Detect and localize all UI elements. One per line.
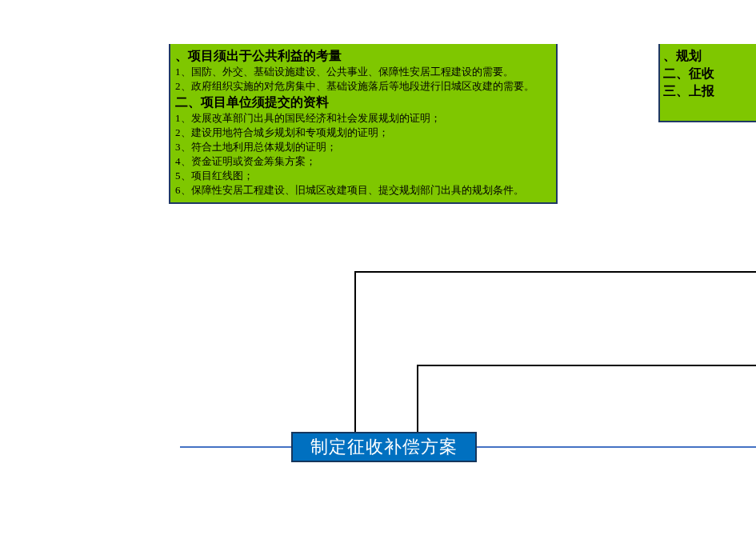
- info-box-left: 、项目须出于公共利益的考量 1、国防、外交、基础设施建设、公共事业、保障性安居工…: [169, 44, 558, 204]
- connector-line: [477, 446, 756, 448]
- list-item: 、规划: [663, 47, 753, 65]
- connector-line: [417, 365, 756, 366]
- process-box-label: 制定征收补偿方案: [310, 437, 458, 457]
- list-item: 4、资金证明或资金筹集方案；: [175, 154, 551, 169]
- list-item: 2、建设用地符合城乡规划和专项规划的证明；: [175, 126, 551, 140]
- list-item: 三、上报: [663, 82, 753, 100]
- list-item: 2、政府组织实施的对危房集中、基础设施落后等地段进行旧城区改建的需要。: [175, 79, 551, 94]
- connector-line: [180, 446, 291, 448]
- info-box-right: 、规划 二、征收 三、上报: [658, 44, 756, 122]
- list-item: 二、征收: [663, 65, 753, 82]
- list-item: 1、国防、外交、基础设施建设、公共事业、保障性安居工程建设的需要。: [175, 65, 551, 79]
- connector-line: [354, 271, 356, 432]
- list-item: 5、项目红线图；: [175, 169, 551, 183]
- list-item: 1、发展改革部门出具的国民经济和社会发展规划的证明；: [175, 111, 551, 126]
- heading-1: 、项目须出于公共利益的考量: [175, 47, 551, 65]
- connector-line: [417, 365, 418, 432]
- heading-2: 二、项目单位须提交的资料: [175, 94, 551, 111]
- process-box-compensation-plan: 制定征收补偿方案: [291, 432, 477, 462]
- list-item: 3、符合土地利用总体规划的证明；: [175, 140, 551, 154]
- connector-line: [354, 271, 756, 273]
- list-item: 6、保障性安居工程建设、旧城区改建项目、提交规划部门出具的规划条件。: [175, 183, 551, 198]
